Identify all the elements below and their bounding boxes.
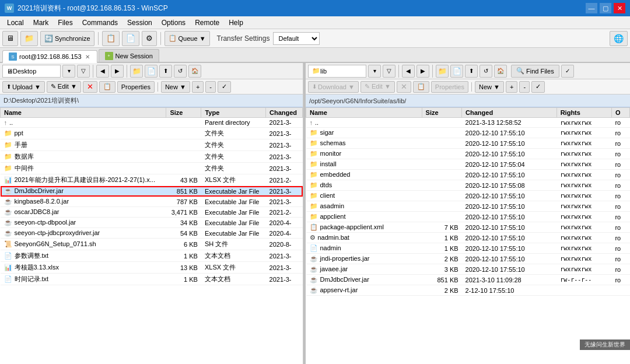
right-file-row[interactable]: 📁asadmin2020-12-10 17:55:10rwxrwxrwxro: [306, 201, 630, 212]
find-files-button[interactable]: 🔍 Find Files: [511, 65, 559, 78]
left-file-row[interactable]: ☕seeyon-ctp-jdbcproxydriver.jar54 KBExec…: [1, 228, 303, 239]
left-refresh-btn[interactable]: ↺: [174, 65, 187, 78]
right-file-row[interactable]: ☕DmJdbcDriver.jar851 KB2021-3-10 11:09:2…: [306, 275, 630, 285]
left-file-row[interactable]: 📁ppt文件夹2021-3-: [1, 128, 303, 139]
right-delete-btn[interactable]: ✕: [397, 81, 411, 93]
toolbar-btn-1[interactable]: 🖥: [2, 31, 18, 46]
right-new-btn[interactable]: New ▼: [475, 81, 504, 93]
left-col-size[interactable]: Size: [166, 108, 201, 118]
left-new-folder-btn[interactable]: 📁: [130, 65, 143, 78]
left-file-row[interactable]: 📁中间件文件夹2021-3-: [1, 163, 303, 174]
right-file-row[interactable]: 📁install2020-12-10 17:55:04rwxrwxrwxro: [306, 159, 630, 170]
right-download-btn[interactable]: ⬇ Download ▼: [308, 81, 359, 93]
toolbar-btn-2[interactable]: 📁: [20, 31, 38, 46]
right-refresh-btn[interactable]: ↺: [480, 65, 492, 78]
left-file-row[interactable]: ↑..Parent directory2021-3-: [1, 118, 303, 128]
left-copy-btn[interactable]: 📋: [99, 81, 116, 93]
tab-session-close[interactable]: ✕: [84, 54, 91, 60]
close-button[interactable]: ✕: [614, 3, 625, 13]
left-col-name[interactable]: Name: [1, 108, 166, 118]
right-btn-5[interactable]: ✓: [561, 65, 574, 78]
right-file-row[interactable]: ☕jndi-properties.jar2 KB2020-12-10 17:55…: [306, 254, 630, 264]
right-minus-btn[interactable]: -: [519, 81, 530, 93]
right-check-btn[interactable]: ✓: [531, 81, 545, 93]
right-file-row[interactable]: 📁sigar2020-12-10 17:55:10rwxrwxrwxro: [306, 128, 630, 138]
left-file-row[interactable]: 📁数据库文件夹2021-3-: [1, 151, 303, 163]
toolbar-globe-btn[interactable]: 🌐: [610, 31, 628, 46]
right-new-folder-btn[interactable]: 📁: [436, 65, 449, 78]
left-col-type[interactable]: Type: [201, 108, 266, 118]
right-file-row[interactable]: 📁dtds2020-12-10 17:55:08rwxrwxrwxro: [306, 180, 630, 191]
right-file-row[interactable]: 📁schemas2020-12-10 17:55:10rwxrwxrwxro: [306, 138, 630, 149]
menu-local[interactable]: Local: [2, 16, 29, 29]
left-file-row[interactable]: ☕kingbase8-8.2.0.jar787 KBExecutable Jar…: [1, 197, 303, 207]
right-add-btn[interactable]: +: [506, 81, 517, 93]
left-file-row[interactable]: 📊2021年能力提升和工具建设目标-2021-2-27(1).x...43 KB…: [1, 174, 303, 186]
left-col-changed[interactable]: Changed: [266, 108, 303, 118]
right-col-name[interactable]: Name: [306, 108, 422, 118]
right-file-list-container[interactable]: Name Size Changed Rights O ↑..2021-3-13 …: [306, 107, 630, 364]
menu-mark[interactable]: Mark: [29, 16, 54, 29]
right-file-row[interactable]: 📁embedded2020-12-10 17:55:10rwxrwxrwxro: [306, 170, 630, 180]
left-back-btn[interactable]: ◀: [96, 65, 109, 78]
right-back-btn[interactable]: ◀: [402, 65, 415, 78]
left-file-row[interactable]: 📜SeeyonG6N_Setup_0711.sh6 KBSH 文件2020-8-: [1, 239, 303, 250]
left-file-row[interactable]: ☕oscarJDBC8.jar3,471 KBExecutable Jar Fi…: [1, 207, 303, 218]
right-col-size[interactable]: Size: [422, 108, 461, 118]
left-dropdown-btn[interactable]: ▾: [62, 65, 75, 78]
synchronize-button[interactable]: 🔄 Synchronize: [40, 31, 94, 46]
left-upload-btn[interactable]: ⬆ Upload ▼: [2, 81, 45, 93]
left-up-btn[interactable]: ⬆: [159, 65, 172, 78]
left-minus-btn[interactable]: -: [205, 81, 216, 93]
left-check-btn[interactable]: ✓: [218, 81, 231, 93]
right-edit-btn[interactable]: ✎ Edit ▼: [360, 81, 395, 93]
left-file-row[interactable]: 📄参数调整.txt1 KB文本文档2021-3-: [1, 250, 303, 262]
menu-options[interactable]: Options: [157, 16, 190, 29]
right-col-changed[interactable]: Changed: [462, 108, 557, 118]
transfer-settings-select[interactable]: Default: [273, 32, 320, 45]
right-col-owner[interactable]: O: [611, 108, 629, 118]
right-file-row[interactable]: 📋package-appclient.xml7 KB2020-12-10 17:…: [306, 222, 630, 233]
left-file-row[interactable]: ☕DmJdbcDriver.jar851 KBExecutable Jar Fi…: [1, 186, 303, 197]
left-forward-btn[interactable]: ▶: [111, 65, 124, 78]
left-btn-4[interactable]: 🏠: [188, 65, 201, 78]
minimize-button[interactable]: —: [586, 3, 597, 13]
toolbar-btn-5[interactable]: ⚙: [142, 31, 157, 46]
right-file-row[interactable]: 📁monitor2020-12-10 17:55:10rwxrwxrwxro: [306, 149, 630, 159]
toolbar-btn-3[interactable]: 📋: [102, 31, 120, 46]
left-properties-btn[interactable]: Properties: [117, 81, 155, 93]
right-file-row[interactable]: 📁appclient2020-12-10 17:55:10rwxrwxrwxro: [306, 212, 630, 222]
left-delete-btn[interactable]: ✕: [83, 81, 97, 93]
left-file-row[interactable]: 📁手册文件夹2021-3-: [1, 139, 303, 151]
right-file-row[interactable]: ☕appserv-rt.jar2 KB2-12-10 17:55:10: [306, 285, 630, 296]
left-path-combo[interactable]: 🖥 Desktop: [2, 65, 61, 78]
tab-new-session[interactable]: + New Session: [99, 49, 159, 62]
right-btn-3[interactable]: 📄: [450, 65, 463, 78]
left-file-row[interactable]: 📊考核题3.13.xlsx13 KBXLSX 文件2021-3-: [1, 262, 303, 274]
right-col-rights[interactable]: Rights: [556, 108, 611, 118]
menu-files[interactable]: Files: [53, 16, 77, 29]
right-file-row[interactable]: 📁client2020-12-10 17:55:10rwxrwxrwxro: [306, 191, 630, 201]
left-btn-3[interactable]: 📄: [145, 65, 158, 78]
right-file-row[interactable]: ↑..2021-3-13 12:58:52rwxrwxrwxro: [306, 118, 630, 128]
right-up-btn[interactable]: ⬆: [465, 65, 478, 78]
right-file-row[interactable]: ☕javaee.jar3 KB2020-12-10 17:55:10rwxrwx…: [306, 264, 630, 275]
menu-session[interactable]: Session: [123, 16, 157, 29]
right-file-row[interactable]: 📄nadmin1 KB2020-12-10 17:55:10rwxrwxrwxr…: [306, 243, 630, 254]
right-dropdown-btn[interactable]: ▾: [368, 65, 381, 78]
menu-commands[interactable]: Commands: [78, 16, 123, 29]
left-file-row[interactable]: 📄时间记录.txt1 KB文本文档2021-3-: [1, 274, 303, 285]
left-new-btn[interactable]: New ▼: [161, 81, 190, 93]
right-file-row[interactable]: ⚙nadmin.bat1 KB2020-12-10 17:55:10rwxrwx…: [306, 233, 630, 243]
left-file-row[interactable]: ☕seeyon-ctp-dbpool.jar34 KBExecutable Ja…: [1, 218, 303, 228]
menu-remote[interactable]: Remote: [190, 16, 224, 29]
maximize-button[interactable]: ▢: [600, 3, 611, 13]
left-file-list-container[interactable]: Name Size Type Changed ↑..Parent directo…: [0, 107, 303, 364]
right-filter-btn[interactable]: ▽: [383, 65, 396, 78]
right-btn-4[interactable]: 🏠: [494, 65, 507, 78]
right-forward-btn[interactable]: ▶: [416, 65, 429, 78]
right-path-combo[interactable]: 📁 lib: [308, 65, 366, 78]
queue-button[interactable]: 📋 Queue ▼: [164, 31, 210, 46]
right-properties-btn[interactable]: Properties: [431, 81, 468, 93]
toolbar-btn-4[interactable]: 📄: [122, 31, 139, 46]
